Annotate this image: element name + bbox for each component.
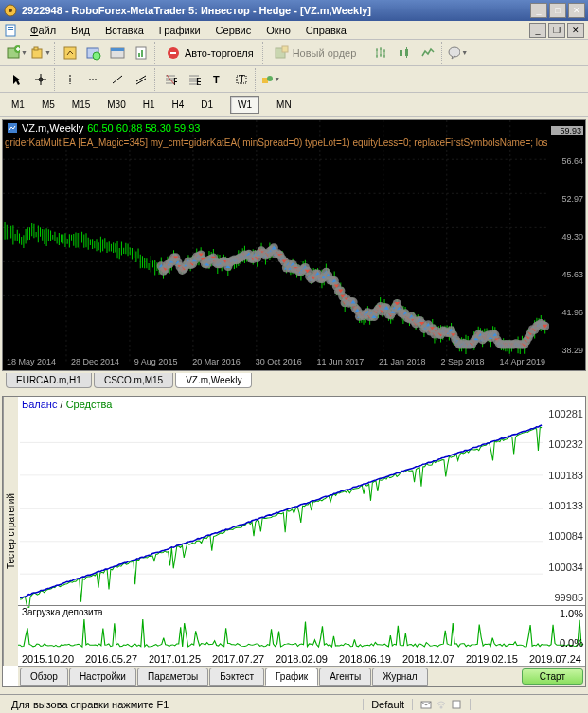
svg-rect-15 (138, 53, 140, 57)
menu-view[interactable]: Вид (63, 23, 98, 38)
load-y-axis: 1.0% 0.0% (545, 606, 583, 651)
svg-rect-9 (64, 47, 76, 59)
mdi-minimize[interactable]: _ (529, 23, 546, 38)
svg-point-1 (9, 9, 12, 12)
mail-icon[interactable] (420, 699, 432, 710)
close-button[interactable]: ✕ (568, 3, 585, 18)
svg-rect-13 (111, 48, 124, 51)
svg-rect-8 (34, 47, 38, 50)
tester-x-axis: 2015.10.20 2016.05.27 2017.01.25 2017.07… (18, 651, 585, 666)
chat-button[interactable]: ▼ (446, 42, 469, 64)
svg-text:T: T (239, 73, 245, 84)
window-title: 2922948 - RoboForex-MetaTrader 5: Инвест… (22, 5, 530, 16)
status-icons (413, 699, 471, 710)
equity-legend: Баланс / Средства (22, 399, 112, 410)
price-chart[interactable]: VZ.m,Weekly 60.50 60.88 58.30 59.93 grid… (2, 119, 586, 371)
menu-file[interactable]: Файл (23, 23, 63, 38)
tester-tab-overview[interactable]: Обзор (20, 668, 68, 686)
svg-rect-3 (8, 27, 13, 28)
menu-window[interactable]: Окно (258, 23, 298, 38)
tf-h4[interactable]: H4 (165, 96, 192, 114)
chart-tab-0[interactable]: EURCAD.m,H1 (6, 373, 92, 388)
chart-tab-1[interactable]: CSCO.m,M15 (94, 373, 173, 388)
doc-icon (4, 24, 17, 37)
tf-m15[interactable]: M15 (64, 96, 98, 114)
tester-tab-graph[interactable]: График (265, 668, 318, 686)
objects-button[interactable]: ▼ (259, 68, 282, 91)
equity-svg (20, 410, 543, 608)
tf-h1[interactable]: H1 (135, 96, 163, 114)
maximize-button[interactable]: □ (549, 3, 566, 18)
cursor-button[interactable] (6, 68, 28, 91)
svg-point-23 (449, 47, 460, 57)
menu-charts[interactable]: Графики (151, 23, 208, 38)
chart-y-axis: 59.93 56.64 52.97 49.30 45.63 41.96 38.2… (549, 120, 585, 357)
tester-tab-params[interactable]: Параметры (137, 668, 208, 686)
tester-button[interactable] (130, 42, 152, 64)
line-chart-button[interactable] (417, 42, 439, 64)
svg-rect-22 (405, 49, 408, 56)
candle-chart-button[interactable] (393, 42, 416, 64)
menu-service[interactable]: Сервис (208, 23, 259, 38)
tester-tabs: Обзор Настройки Параметры Бэктест График… (18, 666, 585, 686)
svg-text:E: E (196, 76, 201, 86)
profiles-button[interactable]: ▼ (29, 42, 52, 64)
strategy-tester: Тестер стратегий Баланс / Средства 10028… (2, 396, 586, 687)
status-help: Для вызова справки нажмите F1 (4, 699, 364, 710)
tf-m30[interactable]: M30 (99, 96, 133, 114)
label-button[interactable]: T (230, 68, 253, 91)
navigator-button[interactable] (82, 42, 105, 64)
new-order-button[interactable]: Новый ордер (267, 42, 364, 64)
news-icon[interactable] (451, 699, 462, 710)
crosshair-button[interactable] (29, 68, 52, 91)
new-order-label: Новый ордер (293, 47, 357, 59)
svg-rect-20 (282, 46, 288, 52)
trendline-button[interactable] (106, 68, 129, 91)
load-label: Загрузка депозита (22, 607, 103, 617)
current-price: 59.93 (551, 126, 583, 135)
menu-help[interactable]: Справка (298, 23, 354, 38)
tester-tab-agents[interactable]: Агенты (319, 668, 371, 686)
mdi-close[interactable]: ✕ (567, 23, 584, 38)
fibo-button[interactable]: F (159, 68, 182, 91)
status-profile[interactable]: Default (364, 699, 413, 710)
deposit-load-chart[interactable]: Загрузка депозита 1.0% 0.0% (18, 605, 585, 651)
app-icon (3, 3, 18, 18)
autotrade-button[interactable]: Авто-торговля (159, 42, 260, 64)
market-watch-button[interactable] (59, 42, 81, 64)
text-button[interactable]: T (206, 68, 229, 91)
tf-w1[interactable]: W1 (230, 96, 259, 114)
menu-insert[interactable]: Вставка (98, 23, 151, 38)
tester-tab-settings[interactable]: Настройки (69, 668, 136, 686)
tf-mn[interactable]: MN (269, 96, 299, 114)
tester-tab-backtest[interactable]: Бэктест (209, 668, 264, 686)
price-chart-svg (3, 120, 549, 365)
signal-icon[interactable] (436, 699, 447, 710)
start-button[interactable]: Старт (522, 668, 583, 685)
svg-point-11 (93, 52, 100, 60)
chart-tab-2[interactable]: VZ.m,Weekly (175, 373, 252, 388)
timeframe-bar: M1 M5 M15 M30 H1 H4 D1 W1 MN (0, 93, 588, 117)
svg-rect-4 (8, 29, 13, 30)
svg-text:T: T (213, 74, 220, 85)
draw-toolbar: F E T T ▼ (0, 66, 588, 93)
fibo-ext-button[interactable]: E (183, 68, 205, 91)
tester-side-label[interactable]: Тестер стратегий (3, 397, 18, 666)
svg-rect-21 (400, 50, 402, 56)
vline-button[interactable] (59, 68, 81, 91)
tf-m1[interactable]: M1 (4, 96, 32, 114)
tester-tab-journal[interactable]: Журнал (372, 668, 428, 686)
mdi-restore[interactable]: ❐ (548, 23, 565, 38)
terminal-button[interactable] (106, 42, 129, 64)
equity-chart[interactable]: Баланс / Средства 100281 100232 100183 1… (18, 397, 585, 605)
channel-button[interactable] (130, 68, 152, 91)
tf-m5[interactable]: M5 (34, 96, 62, 114)
bar-chart-button[interactable] (369, 42, 392, 64)
svg-rect-18 (170, 52, 176, 54)
minimize-button[interactable]: _ (530, 3, 547, 18)
autotrade-label: Авто-торговля (185, 47, 254, 59)
hline-button[interactable] (82, 68, 105, 91)
tf-d1[interactable]: D1 (193, 96, 221, 114)
new-chart-button[interactable]: ▼ (6, 42, 28, 64)
svg-text:F: F (173, 76, 177, 86)
